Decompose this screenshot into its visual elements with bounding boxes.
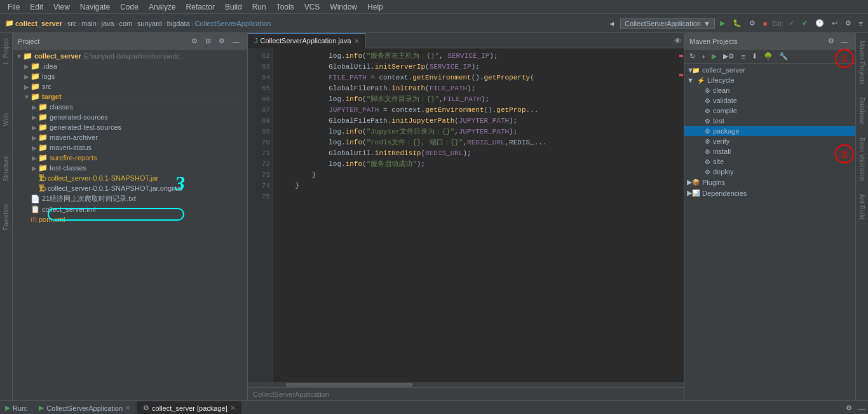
menu-edit[interactable]: Edit	[25, 1, 48, 13]
maven-dependencies[interactable]: ▶ 📊 Dependencies	[684, 188, 855, 198]
tree-txt[interactable]: 📄 21经济网上次爬取时间记录.txt	[13, 193, 247, 204]
bottom-close[interactable]: —	[856, 403, 868, 413]
horizontal-scrollbar[interactable]	[248, 382, 684, 387]
menu-code[interactable]: Code	[115, 1, 144, 13]
toolbar-debug[interactable]: 🐛	[730, 18, 744, 29]
tree-jar-snapshot[interactable]: 🗜 collect_server-0.0.1-SNAPSHOT.jar	[13, 173, 247, 183]
breadcrumb-bigdata[interactable]: bigdata	[167, 20, 190, 27]
sidebar-tab-web[interactable]: Web	[1, 111, 11, 128]
sidebar-tab-favorites[interactable]: Favorites	[1, 202, 11, 233]
maven-lifecycle-group[interactable]: ▼ ⚡ Lifecycle	[684, 75, 855, 85]
tree-gen-test-sources[interactable]: ▶ 📁 generated-test-sources	[13, 122, 247, 132]
maven-run[interactable]: ▶	[709, 51, 719, 62]
maven-wrench[interactable]: 🔧	[776, 51, 790, 62]
project-settings[interactable]: ⚙	[189, 36, 200, 46]
toolbar-back[interactable]: ◄	[606, 18, 618, 29]
maven-download[interactable]: ⬇	[749, 51, 760, 62]
bottom-tab-package[interactable]: ⚙ collect_server [package] ✕	[137, 401, 241, 414]
toolbar-git-check[interactable]: ✓	[786, 18, 797, 29]
app-config-selector[interactable]: CollectServerApplication ▼	[620, 18, 715, 29]
bottom-tab-app[interactable]: ▶ CollectServerApplication ✕	[32, 401, 137, 414]
maven-root-label: collect_server	[702, 66, 745, 74]
breadcrumb-java[interactable]: java	[102, 20, 114, 27]
right-tab-bean[interactable]: Bean Validation	[857, 132, 867, 186]
tree-classes[interactable]: ▶ 📁 classes	[13, 102, 247, 112]
tree-logs[interactable]: ▶ 📁 logs	[13, 71, 247, 81]
tree-maven-archiver[interactable]: ▶ 📁 maven-archiver	[13, 132, 247, 142]
toolbar-settings[interactable]: ⚙	[843, 18, 854, 29]
sidebar-tab-project[interactable]: 1: Project	[1, 36, 11, 67]
breadcrumb-src[interactable]: src	[67, 20, 77, 27]
breadcrumb-com[interactable]: com	[119, 20, 132, 27]
maven-compile[interactable]: ⚙ compile	[684, 106, 855, 116]
maven-clean[interactable]: ⚙ clean	[684, 85, 855, 95]
breadcrumb-sunyard[interactable]: sunyard	[137, 20, 162, 27]
maven-source[interactable]: ≡	[738, 52, 747, 62]
maven-deploy[interactable]: ⚙ deploy	[684, 167, 855, 177]
project-close[interactable]: —	[230, 36, 242, 46]
menu-build[interactable]: Build	[220, 1, 247, 13]
tab-app-close[interactable]: ✕	[125, 404, 130, 411]
menu-view[interactable]: View	[48, 1, 75, 13]
breadcrumb-collect-server[interactable]: collect_server	[15, 20, 62, 27]
toolbar-run[interactable]: ▶	[717, 18, 728, 29]
maven-close-btn[interactable]: —	[838, 36, 850, 46]
toolbar-more[interactable]: ≡	[857, 18, 865, 29]
maven-site[interactable]: ⚙ site	[684, 156, 855, 167]
tree-idea[interactable]: ▶ 📁 .idea	[13, 61, 247, 71]
tree-target[interactable]: ▼ 📁 target	[13, 92, 247, 102]
tree-jar-original[interactable]: 🗜 collect_server-0.0.1-SNAPSHOT.jar.orig…	[13, 183, 247, 193]
right-tab-maven[interactable]: Maven Projects	[857, 36, 867, 90]
maven-plugins[interactable]: ▶ 📦 Plugins	[684, 177, 855, 188]
tree-pom[interactable]: m pom.xml	[13, 214, 247, 224]
maven-settings-btn[interactable]: ⚙	[825, 36, 837, 46]
tree-root[interactable]: ▼ 📁 collect_server E:\sunyard-dataplatfo…	[13, 51, 247, 61]
toolbar-revert[interactable]: ↩	[829, 18, 840, 29]
tree-maven-status[interactable]: ▶ 📁 maven-status	[13, 142, 247, 153]
maven-refresh[interactable]: ↻	[687, 51, 698, 62]
toolbar-history[interactable]: 🕐	[813, 18, 827, 29]
maven-verify[interactable]: ⚙ verify	[684, 136, 855, 146]
editor-tab-main[interactable]: J CollectServerApplication.java ✕	[248, 33, 366, 48]
tree-src[interactable]: ▶ 📁 src	[13, 81, 247, 92]
breadcrumb-app[interactable]: CollectServerApplication	[194, 20, 271, 27]
menu-analyze[interactable]: Analyze	[144, 1, 181, 13]
maven-package[interactable]: ⚙ package	[684, 126, 855, 136]
right-tab-ant[interactable]: Ant Build	[857, 189, 867, 224]
toolbar-stop[interactable]: ■	[761, 18, 770, 29]
menu-help[interactable]: Help	[362, 1, 388, 13]
menu-vcs[interactable]: VCS	[299, 1, 325, 13]
lifecycle-arrow: ▼	[687, 76, 697, 84]
project-gear[interactable]: ⚙	[216, 36, 227, 46]
menu-run[interactable]: Run	[247, 1, 271, 13]
tree-surefire[interactable]: ▶ 📁 surefire-reports	[13, 153, 247, 163]
tab-close[interactable]: ✕	[354, 38, 359, 45]
toolbar-build[interactable]: ⚙	[747, 18, 758, 29]
maven-root[interactable]: ▼ 📁 collect_server	[684, 65, 855, 75]
gen-sources-arrow: ▶	[31, 114, 38, 121]
editor-eye-icon[interactable]: 👁	[672, 36, 684, 46]
menu-window[interactable]: Window	[325, 1, 362, 13]
menu-navigate[interactable]: Navigate	[75, 1, 115, 13]
menu-refactor[interactable]: Refactor	[181, 1, 220, 13]
maven-run-config[interactable]: ▶⚙	[721, 51, 737, 62]
maven-add[interactable]: +	[699, 52, 708, 62]
code-editor[interactable]: log.info("服务所在主机为：{}", SERVICE_IP); Glob…	[273, 48, 684, 382]
menu-file[interactable]: File	[3, 1, 25, 13]
maven-validate[interactable]: ⚙ validate	[684, 95, 855, 106]
maven-test[interactable]: ⚙ test	[684, 116, 855, 126]
maven-tree[interactable]: 🌳	[761, 51, 775, 62]
project-layout[interactable]: ⊞	[203, 36, 214, 46]
tree-gen-sources[interactable]: ▶ 📁 generated-sources	[13, 112, 247, 122]
maven-install[interactable]: ⚙ install	[684, 146, 855, 156]
right-tab-database[interactable]: Database	[857, 92, 867, 130]
tab-pkg-close[interactable]: ✕	[230, 404, 235, 411]
breadcrumb-main[interactable]: main	[81, 20, 97, 27]
bottom-settings[interactable]: ⚙	[843, 403, 855, 413]
toolbar-git-tick[interactable]: ✔	[799, 18, 810, 29]
tree-iml[interactable]: 📋 collect_server.iml	[13, 204, 247, 214]
sidebar-tab-structure[interactable]: Structure	[1, 153, 11, 184]
tree-test-classes[interactable]: ▶ 📁 test-classes	[13, 163, 247, 173]
menu-tools[interactable]: Tools	[271, 1, 299, 13]
scroll-thumb[interactable]	[286, 383, 413, 387]
